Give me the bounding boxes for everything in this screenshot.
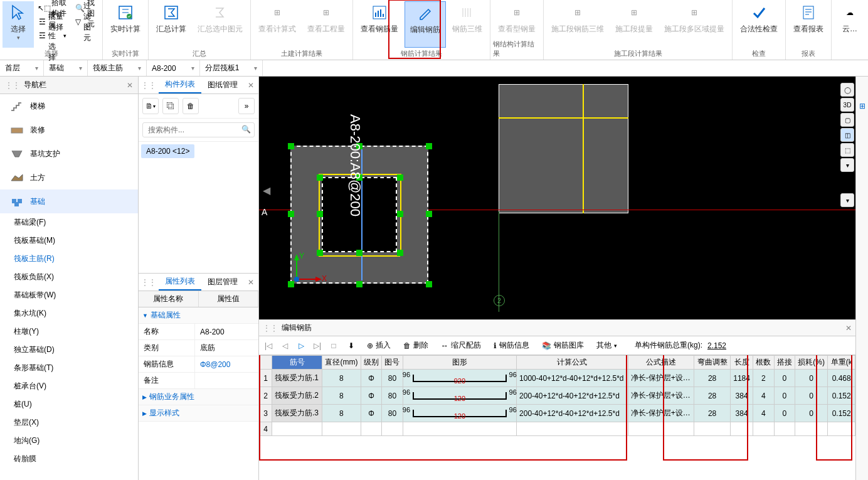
nav-sub-item[interactable]: 桩(U) [0,395,138,413]
nav-sub-item[interactable]: 筏板主筋(R) [0,250,138,268]
select-button[interactable]: 选择 ▾ [3,1,34,48]
nav-first-button[interactable]: |◁ [263,340,274,351]
nav-sub-item[interactable]: 垫层(X) [0,413,138,432]
layer-selector[interactable]: 分层筏板1▾ [200,60,263,76]
props-row[interactable]: 类别底筋 [139,340,258,356]
formula-icon: ⊞ [268,4,286,21]
comp-toolbar: 🗎▾ ⿻ 🗑 » [139,94,258,119]
bp-lib-button[interactable]: 📚钢筋图库 [538,339,588,352]
props-row[interactable]: 名称A8-200 [139,324,258,340]
floor-selector[interactable]: 首层▾ [0,60,44,76]
secondary-toolbar: 首层▾ 基础▾ 筏板主筋▾ A8-200▾ 分层筏板1▾ [0,60,868,77]
table-header[interactable]: 根数 [753,356,774,370]
type-selector[interactable]: 筏板主筋▾ [88,60,147,76]
ribbon-group-civil: ⊞查看计算式 ⊞查看工程量 土建计算结果 [251,0,353,60]
nav-sub-item[interactable]: 基础梁(F) [0,213,138,232]
delete-component-button[interactable]: 🗑 [183,98,199,114]
nav-sub-item[interactable]: 筏板基础(M) [0,232,138,250]
bp-scale-button[interactable]: ↔缩尺配筋 [437,339,485,352]
ribbon-group-summary: 汇总计算 汇总选中图元 汇总 [149,0,251,60]
nav-prev-button[interactable]: ◁ [279,340,290,351]
bp-close-button[interactable]: ✕ [845,324,852,333]
rebar-qty-icon [371,4,388,21]
tab-drawing-mgmt[interactable]: 图纸管理 [201,77,244,93]
tab-layer-mgmt[interactable]: 图层管理 [201,274,244,291]
nav-sub-item[interactable]: 条形基础(T) [0,359,138,377]
nav-close-button[interactable]: ✕ [127,81,133,90]
nav-sub-item[interactable]: 柱墩(Y) [0,323,138,341]
bp-insert-button[interactable]: ⊕插入 [363,339,394,352]
nav-item-foundation[interactable]: 基础 [0,189,138,213]
nav-item-stairs[interactable]: 楼梯 [0,94,138,118]
props-group-display[interactable]: ▶显示样式 [139,405,258,422]
nav-sub-item[interactable]: 桩承台(V) [0,377,138,395]
rt-3d-button[interactable]: 3D [840,98,854,112]
pick-icon: ↖⬚ [39,3,49,13]
props-group-biz[interactable]: ▶钢筋业务属性 [139,389,258,405]
bp-import-button[interactable]: ⬇ [344,340,358,351]
copy-component-button[interactable]: ⿻ [162,98,179,114]
canvas-viewport[interactable]: A8-200:A8@200 2 Y X A ◀ ◯ 3D ▢ ◫ ⬚ ▾ ▾ [259,77,855,319]
nav-item-pit[interactable]: 基坑支护 [0,142,138,166]
tab-props-list[interactable]: 属性列表 [159,274,201,291]
cloud-icon: ☁ [841,4,859,21]
search-input[interactable] [142,122,255,137]
realtime-calc-button[interactable]: 实时计算 [105,1,146,48]
nav-play-button[interactable]: ▷ [295,340,307,351]
comp-item[interactable]: A8-200 <12> [141,144,194,158]
seg-3d-icon: ⊞ [569,4,586,21]
props-tabs-close[interactable]: ✕ [244,278,258,287]
tab-component-list[interactable]: 构件列表 [159,77,201,93]
bp-other-button[interactable]: 其他▾ [593,339,621,352]
seg-multi-icon: ⊞ [685,4,703,21]
rt-more-button[interactable]: ▾ [840,193,854,207]
category-selector[interactable]: 基础▾ [44,60,88,76]
rt-select-button[interactable]: ⬚ [840,143,854,157]
props-group-basic[interactable]: ▼基础属性 [139,307,258,324]
total-weight-value: 2.152 [707,341,726,350]
view-report-button[interactable]: 查看报表 [788,1,828,48]
nav-sub-item[interactable]: 独立基础(D) [0,341,138,359]
nav-sub-item[interactable]: 基础板带(W) [0,286,138,304]
nav-left-icon[interactable]: ◀ [263,184,270,196]
select-by-prop-button[interactable]: ☲按属性选择▾ [35,29,70,43]
comp-tabs-close[interactable]: ✕ [244,81,258,90]
new-component-button[interactable]: 🗎▾ [142,98,159,114]
nav-sub-item[interactable]: 砖胎膜 [0,450,138,468]
comp-list: A8-200 <12> [139,142,258,273]
nav-last-button[interactable]: ▷| [312,340,323,351]
filter-element-button[interactable]: ▽过滤图元 [71,15,100,29]
props-row[interactable]: 钢筋信息Φ8@200 [139,356,258,373]
bp-delete-button[interactable]: 🗑删除 [400,339,432,352]
more-component-button[interactable]: » [238,98,255,114]
seg-qty-button: ⊞施工段提量 [610,1,658,48]
cloud-button[interactable]: ☁云… [834,1,865,57]
nav-stop-button[interactable]: □ [328,340,339,351]
summary-calc-button[interactable]: 汇总计算 [151,1,191,48]
table-header[interactable]: 搭接 [774,356,795,370]
svg-rect-8 [14,202,19,206]
rt-globe-button[interactable]: ◯ [840,83,854,97]
component-panel: ⋮⋮ 构件列表 图纸管理 ✕ 🗎▾ ⿻ 🗑 » 🔍 A8-200 <12> [139,77,259,480]
svg-rect-4 [803,6,813,19]
rt-down-button[interactable]: ▾ [840,158,854,172]
nav-item-decor[interactable]: 装修 [0,118,138,142]
grip-icon: ⋮⋮ [139,278,159,287]
component-selector[interactable]: A8-200▾ [147,60,200,76]
nav-sub-item[interactable]: 筏板负筋(X) [0,268,138,286]
view-quantity-button: ⊞查看工程量 [302,1,350,48]
search-icon: 🔍 [241,125,251,134]
nav-item-earth[interactable]: 土方 [0,166,138,189]
coord-axes: Y X [290,254,322,285]
nav-sub-item[interactable]: 地沟(G) [0,432,138,450]
props-row[interactable]: 备注 [139,373,258,389]
canvas-axis-label: A8-200:A8@200 [347,114,363,216]
bp-info-button[interactable]: ℹ钢筋信息 [490,339,533,352]
nav-sub-item[interactable]: 集水坑(K) [0,304,138,323]
dock-icon[interactable]: ⊞ [859,102,865,110]
validity-check-button[interactable]: 合法性检查 [735,1,783,48]
grip-icon: ⋮⋮ [139,81,159,90]
rt-cube-button[interactable]: ◫ [840,128,854,142]
rt-box-button[interactable]: ▢ [840,113,854,127]
props-header: 属性名称 属性值 [139,291,258,307]
